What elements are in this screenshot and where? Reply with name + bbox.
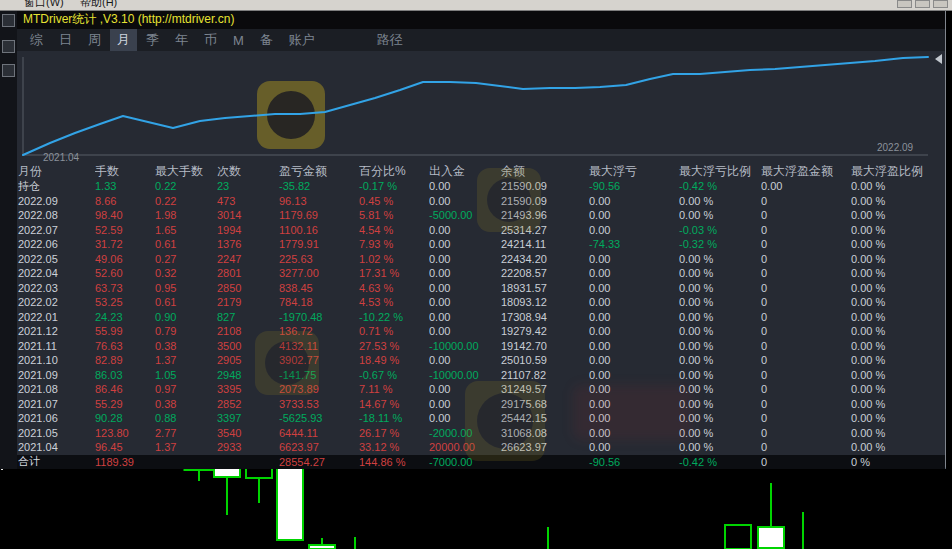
cell: 0.00 <box>429 311 501 323</box>
table-row[interactable]: 2022.0124.230.90827-1970.48-10.22 %0.001… <box>17 310 945 325</box>
header-cell: 手数 <box>95 163 155 180</box>
cell: 0 <box>761 412 851 424</box>
table-row[interactable]: 2021.1176.630.3835004132.1127.53 %-10000… <box>17 339 945 354</box>
cell: -18.11 % <box>359 412 429 424</box>
cell: 0.00 <box>589 354 679 366</box>
cell: 52.59 <box>95 224 155 236</box>
equity-chart-panel: 2021.04 2022.09 <box>17 51 945 163</box>
table-row[interactable]: 2021.1255.990.792108136.720.71 %0.001927… <box>17 324 945 339</box>
cell: 0.00 % <box>851 209 945 221</box>
table-row[interactable]: 2021.0986.031.052948-141.75-0.67 %-10000… <box>17 368 945 383</box>
cell: 0.00 % <box>851 340 945 352</box>
cell: 0.00 <box>429 238 501 250</box>
table-row[interactable]: 2021.1082.891.3729053902.7718.49 %0.0025… <box>17 353 945 368</box>
cell: 63.73 <box>95 282 155 294</box>
cell: 3397 <box>217 412 279 424</box>
toolbar-tab-备[interactable]: 备 <box>253 29 280 51</box>
table-row[interactable]: 2022.0452.600.3228013277.0017.31 %0.0022… <box>17 266 945 281</box>
toolbar-tab-币[interactable]: 币 <box>197 29 224 51</box>
toolbar-tab-日[interactable]: 日 <box>52 29 79 51</box>
cell: 0.00 % <box>851 354 945 366</box>
cell: -10.22 % <box>359 311 429 323</box>
cell: 0 <box>761 209 851 221</box>
cell: 1.33 <box>95 180 155 192</box>
cell: 0.00 % <box>851 427 945 439</box>
cell: -10000.00 <box>429 340 501 352</box>
table-row[interactable]: 2022.0363.730.952850838.454.63 %0.001893… <box>17 281 945 296</box>
cell: 0 <box>761 383 851 395</box>
cell: 7.93 % <box>359 238 429 250</box>
cell: 52.60 <box>95 267 155 279</box>
toolbar-tab-年[interactable]: 年 <box>168 29 195 51</box>
cell: 17.31 % <box>359 267 429 279</box>
toolbar-tab-季[interactable]: 季 <box>139 29 166 51</box>
cell: 2850 <box>217 282 279 294</box>
cell: 3540 <box>217 427 279 439</box>
maximize-button[interactable] <box>915 0 930 8</box>
header-cell: 最大浮盈金额 <box>761 163 851 180</box>
cell: 0.00 % <box>851 398 945 410</box>
cell: 0 <box>761 253 851 265</box>
stats-toolbar: 综日周月季年币M备账户路径 <box>17 29 945 51</box>
cell: 0.00 <box>589 311 679 323</box>
cell: 1.98 <box>155 209 217 221</box>
cell: 0.27 <box>155 253 217 265</box>
watermark-logo <box>477 168 541 232</box>
window-title: MTDriver统计 ,V3.10 (http://mtdriver.cn) <box>17 10 945 29</box>
cell: 827 <box>217 311 279 323</box>
minimize-button[interactable] <box>897 0 912 8</box>
cell-month: 2021.06 <box>18 412 95 424</box>
strip-tool-icon-2[interactable] <box>2 40 15 53</box>
toolbar-tab-账户[interactable]: 账户 <box>282 29 322 51</box>
table-row[interactable]: 2022.0631.720.6113761779.917.93 %0.00242… <box>17 237 945 252</box>
cell: 0.88 <box>155 412 217 424</box>
cell: 14.67 % <box>359 398 429 410</box>
cell: 3277.00 <box>279 267 359 279</box>
cell: 33.12 % <box>359 441 429 453</box>
cell: 3014 <box>217 209 279 221</box>
cell: 86.46 <box>95 383 155 395</box>
toolbar-tab-路径[interactable]: 路径 <box>370 29 410 51</box>
menu-item-window[interactable]: 窗口(W) <box>24 0 64 9</box>
cell: 0.00 % <box>851 267 945 279</box>
toolbar-tab-M[interactable]: M <box>226 31 251 50</box>
table-row[interactable]: 2022.0253.250.612179784.184.53 %0.001809… <box>17 295 945 310</box>
table-row[interactable]: 2022.0549.060.272247225.631.02 %0.002243… <box>17 252 945 267</box>
cell: 53.25 <box>95 296 155 308</box>
cell: 98.40 <box>95 209 155 221</box>
cell: 0.90 <box>155 311 217 323</box>
cell-month: 2021.05 <box>18 427 95 439</box>
cell: 0.00 % <box>679 267 761 279</box>
cell: 784.18 <box>279 296 359 308</box>
cell: -10000.00 <box>429 369 501 381</box>
cell: 0.00 <box>589 441 679 453</box>
cell: 0.00 % <box>851 296 945 308</box>
cell: -0.42 % <box>679 180 761 192</box>
header-cell: 最大手数 <box>155 163 217 180</box>
cell: 0 <box>761 296 851 308</box>
cell: 0.00 <box>589 282 679 294</box>
toolbar-tab-月[interactable]: 月 <box>110 29 137 51</box>
cell-month: 2021.11 <box>18 340 95 352</box>
cell: 0.00 % <box>679 282 761 294</box>
strip-tool-icon-3[interactable] <box>2 64 15 77</box>
cell: 0 % <box>851 456 945 468</box>
toolbar-tab-周[interactable]: 周 <box>81 29 108 51</box>
cell: 0 <box>761 311 851 323</box>
cell: -90.56 <box>589 456 679 468</box>
toolbar-tab-综[interactable]: 综 <box>23 29 50 51</box>
pane-collapse-arrow-icon[interactable] <box>935 54 942 64</box>
strip-tool-icon-1[interactable] <box>2 14 15 27</box>
cell: 0.00 <box>429 296 501 308</box>
header-cell: 月份 <box>18 163 95 180</box>
cell-month: 2022.09 <box>18 195 95 207</box>
cell: -0.42 % <box>679 456 761 468</box>
cell: 0.61 <box>155 296 217 308</box>
cell-month: 2021.12 <box>18 325 95 337</box>
cell: 0 <box>761 398 851 410</box>
cell: 0.00 % <box>851 195 945 207</box>
cell: -90.56 <box>589 180 679 192</box>
cell: 0 <box>761 224 851 236</box>
close-button[interactable] <box>933 0 948 8</box>
menu-item-help[interactable]: 帮助(H) <box>80 0 117 9</box>
